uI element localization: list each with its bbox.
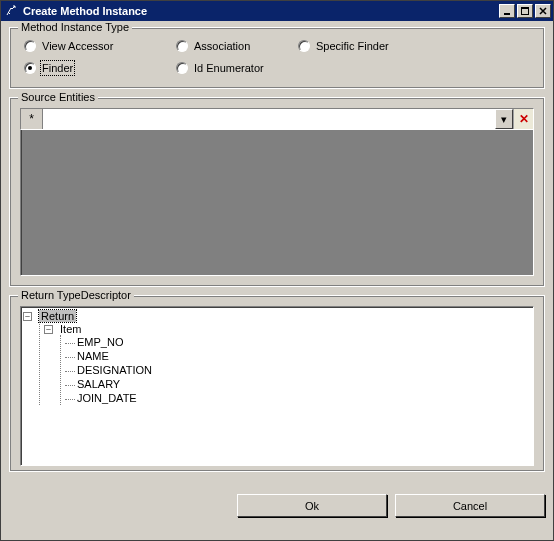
radio-icon — [176, 40, 188, 52]
source-entity-input[interactable] — [43, 109, 495, 129]
radio-label: View Accessor — [42, 40, 113, 52]
source-entity-dropdown[interactable]: ▾ — [495, 109, 513, 129]
svg-rect-0 — [504, 13, 510, 15]
tree-node-item[interactable]: – Item EMP_NO NAME DESIGNATION SALARY JO… — [44, 322, 531, 405]
svg-rect-2 — [521, 7, 529, 9]
return-typedescriptor-legend: Return TypeDescriptor — [18, 289, 134, 301]
tree-leaf[interactable]: JOIN_DATE — [65, 391, 531, 405]
source-entities-new-row: * ▾ ✕ — [20, 108, 534, 130]
tree-node-label[interactable]: Item — [60, 323, 81, 335]
minimize-button[interactable] — [499, 4, 515, 18]
chevron-down-icon: ▾ — [501, 113, 507, 126]
radio-icon — [24, 40, 36, 52]
tree-leaf-label: EMP_NO — [77, 336, 123, 348]
radio-icon — [176, 62, 188, 74]
title-bar: Create Method Instance — [1, 1, 553, 21]
tree-leaf-label: JOIN_DATE — [77, 392, 137, 404]
close-button[interactable] — [535, 4, 551, 18]
cancel-button[interactable]: Cancel — [395, 494, 545, 517]
radio-label: Specific Finder — [316, 40, 389, 52]
ok-button[interactable]: Ok — [237, 494, 387, 517]
tree-leaf[interactable]: NAME — [65, 349, 531, 363]
radio-finder[interactable]: Finder — [24, 62, 174, 74]
tree-node-label[interactable]: Return — [39, 310, 76, 322]
source-entities-group: Source Entities * ▾ ✕ — [9, 97, 545, 287]
dialog-buttons: Ok Cancel — [1, 488, 553, 525]
radio-id-enumerator[interactable]: Id Enumerator — [176, 62, 296, 74]
tree-leaf-label: DESIGNATION — [77, 364, 152, 376]
expand-toggle[interactable]: – — [23, 312, 32, 321]
window-controls — [497, 4, 551, 18]
return-tree[interactable]: – Return – Item EMP_NO NAME DESIGNATION … — [20, 306, 534, 466]
radio-specific-finder[interactable]: Specific Finder — [298, 40, 438, 52]
radio-association[interactable]: Association — [176, 40, 296, 52]
radio-label: Id Enumerator — [194, 62, 264, 74]
radio-label: Finder — [42, 62, 73, 74]
expand-toggle[interactable]: – — [44, 325, 53, 334]
new-row-marker: * — [21, 109, 43, 129]
radio-icon — [298, 40, 310, 52]
tree-leaf[interactable]: SALARY — [65, 377, 531, 391]
radio-view-accessor[interactable]: View Accessor — [24, 40, 174, 52]
radio-label: Association — [194, 40, 250, 52]
source-entity-delete-button[interactable]: ✕ — [513, 109, 533, 129]
delete-icon: ✕ — [519, 112, 529, 126]
tree-leaf-label: NAME — [77, 350, 109, 362]
radio-icon — [24, 62, 36, 74]
return-typedescriptor-group: Return TypeDescriptor – Return – Item EM… — [9, 295, 545, 472]
window-title: Create Method Instance — [23, 5, 497, 17]
method-instance-type-legend: Method Instance Type — [18, 21, 132, 33]
maximize-button[interactable] — [517, 4, 533, 18]
window-icon — [5, 4, 19, 18]
source-entities-grid — [20, 130, 534, 276]
method-instance-type-group: Method Instance Type View Accessor Assoc… — [9, 27, 545, 89]
tree-node-return[interactable]: – Return – Item EMP_NO NAME DESIGNATION … — [23, 309, 531, 405]
tree-leaf-label: SALARY — [77, 378, 120, 390]
tree-leaf[interactable]: DESIGNATION — [65, 363, 531, 377]
source-entities-legend: Source Entities — [18, 91, 98, 103]
tree-leaf[interactable]: EMP_NO — [65, 335, 531, 349]
